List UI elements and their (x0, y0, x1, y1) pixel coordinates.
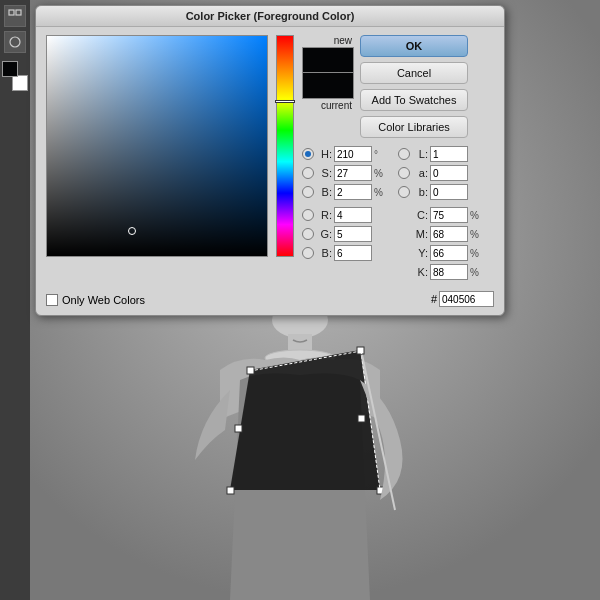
svg-rect-5 (357, 347, 364, 354)
hue-label: H: (316, 148, 332, 160)
key-row: K: % (398, 264, 484, 280)
background-color-box[interactable] (12, 75, 28, 91)
key-input[interactable] (430, 264, 468, 280)
b3-input[interactable] (430, 184, 468, 200)
svg-rect-13 (9, 10, 14, 15)
red-radio[interactable] (302, 209, 314, 221)
saturation-row: S: % (302, 165, 388, 181)
blue-input[interactable] (334, 245, 372, 261)
saturation-unit: % (374, 168, 388, 179)
yellow-row: Y: % (398, 245, 484, 261)
hsb-rgb-inputs: H: ° S: % B: (302, 146, 388, 283)
toolbar-tool-1[interactable] (4, 5, 26, 27)
hex-row: # (431, 291, 494, 307)
green-radio[interactable] (302, 228, 314, 240)
cyan-label: C: (412, 209, 428, 221)
l-label: L: (412, 148, 428, 160)
current-label: current (302, 100, 354, 111)
hue-input[interactable] (334, 146, 372, 162)
saturation-radio[interactable] (302, 167, 314, 179)
a-radio[interactable] (398, 167, 410, 179)
magenta-input[interactable] (430, 226, 468, 242)
color-spectrum-area[interactable] (46, 35, 268, 257)
preview-and-buttons: new current OK Cancel Add To Swatches Co… (302, 35, 484, 138)
brightness-row: B: % (302, 184, 388, 200)
blue-row: B: (302, 245, 388, 261)
color-spectrum-gradient[interactable] (46, 35, 268, 257)
yellow-input[interactable] (430, 245, 468, 261)
red-input[interactable] (334, 207, 372, 223)
green-label: G: (316, 228, 332, 240)
cancel-button[interactable]: Cancel (360, 62, 468, 84)
cyan-unit: % (470, 210, 484, 221)
new-color-preview[interactable] (302, 47, 354, 73)
b3-label: b: (412, 186, 428, 198)
foreground-background-colors[interactable] (2, 61, 28, 91)
hex-input[interactable] (439, 291, 494, 307)
color-libraries-button[interactable]: Color Libraries (360, 116, 468, 138)
brightness-radio[interactable] (302, 186, 314, 198)
preview-stack: new current (302, 35, 354, 111)
new-label: new (302, 35, 354, 46)
magenta-unit: % (470, 229, 484, 240)
color-picker-dialog: Color Picker (Foreground Color) new (35, 5, 505, 316)
hue-row: H: ° (302, 146, 388, 162)
brightness-unit: % (374, 187, 388, 198)
a-input[interactable] (430, 165, 468, 181)
foreground-color-box[interactable] (2, 61, 18, 77)
bottom-row: Only Web Colors # (46, 287, 494, 307)
svg-point-15 (10, 37, 20, 47)
spectrum-cursor (128, 227, 136, 235)
magenta-row: M: % (398, 226, 484, 242)
add-to-swatches-button[interactable]: Add To Swatches (360, 89, 468, 111)
lab-cmyk-inputs: L: a: b: (398, 146, 484, 283)
key-label: K: (412, 266, 428, 278)
svg-rect-9 (235, 425, 242, 432)
a-label: a: (412, 167, 428, 179)
l-radio[interactable] (398, 148, 410, 160)
cyan-input[interactable] (430, 207, 468, 223)
green-row: G: (302, 226, 388, 242)
red-label: R: (316, 209, 332, 221)
red-row: R: (302, 207, 388, 223)
brightness-input[interactable] (334, 184, 372, 200)
cyan-row: C: % (398, 207, 484, 223)
color-inputs: H: ° S: % B: (302, 146, 484, 283)
blue-label: B: (316, 247, 332, 259)
l-row: L: (398, 146, 484, 162)
hex-hash: # (431, 293, 437, 305)
yellow-unit: % (470, 248, 484, 259)
brightness-label: B: (316, 186, 332, 198)
right-section: new current OK Cancel Add To Swatches Co… (302, 35, 484, 283)
svg-rect-7 (227, 487, 234, 494)
a-row: a: (398, 165, 484, 181)
b3-radio[interactable] (398, 186, 410, 198)
blue-radio[interactable] (302, 247, 314, 259)
webcol-label: Only Web Colors (62, 294, 145, 306)
dialog-titlebar: Color Picker (Foreground Color) (36, 6, 504, 27)
saturation-input[interactable] (334, 165, 372, 181)
hue-unit: ° (374, 149, 388, 160)
dialog-main-content: new current OK Cancel Add To Swatches Co… (36, 27, 504, 287)
dialog-buttons: OK Cancel Add To Swatches Color Librarie… (360, 35, 470, 138)
green-input[interactable] (334, 226, 372, 242)
toolbar (0, 0, 30, 600)
toolbar-tool-2[interactable] (4, 31, 26, 53)
svg-rect-8 (358, 415, 365, 422)
webcol-checkbox[interactable] (46, 294, 58, 306)
l-input[interactable] (430, 146, 468, 162)
saturation-label: S: (316, 167, 332, 179)
key-unit: % (470, 267, 484, 278)
ok-button[interactable]: OK (360, 35, 468, 57)
hue-radio[interactable] (302, 148, 314, 160)
hue-slider[interactable] (276, 35, 294, 257)
hue-slider-container[interactable] (276, 35, 294, 283)
current-color-preview (302, 73, 354, 99)
yellow-label: Y: (412, 247, 428, 259)
webcol-row: Only Web Colors (46, 294, 145, 306)
b3-row: b: (398, 184, 484, 200)
dialog-title: Color Picker (Foreground Color) (186, 10, 355, 22)
dialog-bottom: Only Web Colors # (36, 287, 504, 315)
svg-rect-14 (16, 10, 21, 15)
magenta-label: M: (412, 228, 428, 240)
